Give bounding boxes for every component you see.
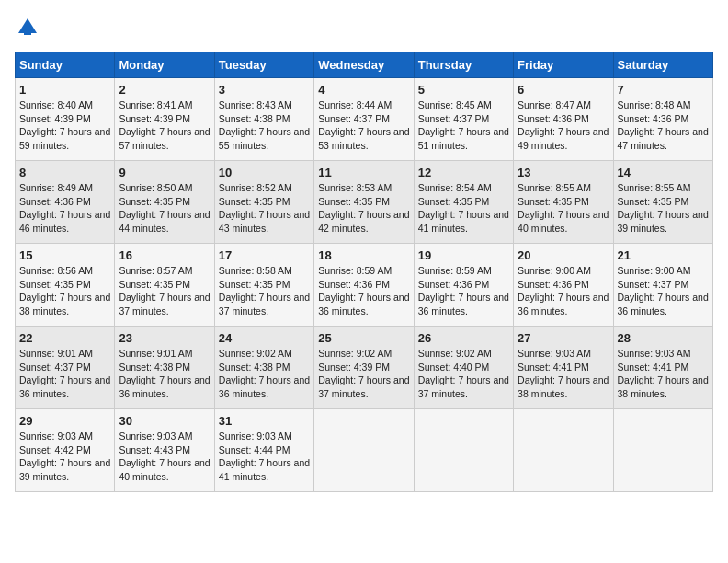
sunset-text: Sunset: 4:37 PM bbox=[318, 112, 409, 126]
sunset-text: Sunset: 4:36 PM bbox=[418, 278, 509, 292]
calendar-cell: 24 Sunrise: 9:02 AM Sunset: 4:38 PM Dayl… bbox=[214, 327, 313, 409]
daylight-text: Daylight: 7 hours and 57 minutes. bbox=[119, 125, 210, 152]
calendar-cell: 26 Sunrise: 9:02 AM Sunset: 4:40 PM Dayl… bbox=[414, 327, 513, 409]
day-number: 29 bbox=[19, 414, 110, 428]
calendar-cell: 20 Sunrise: 9:00 AM Sunset: 4:36 PM Dayl… bbox=[514, 244, 613, 327]
day-number: 26 bbox=[418, 331, 509, 345]
daylight-text: Daylight: 7 hours and 38 minutes. bbox=[518, 373, 609, 400]
daylight-text: Daylight: 7 hours and 41 minutes. bbox=[219, 456, 310, 483]
daylight-text: Daylight: 7 hours and 36 minutes. bbox=[618, 291, 709, 317]
sunset-text: Sunset: 4:43 PM bbox=[119, 443, 210, 457]
calendar-cell: 13 Sunrise: 8:55 AM Sunset: 4:35 PM Dayl… bbox=[514, 161, 613, 244]
calendar-cell: 6 Sunrise: 8:47 AM Sunset: 4:36 PM Dayli… bbox=[514, 78, 613, 161]
sunrise-text: Sunrise: 8:56 AM bbox=[19, 264, 110, 278]
daylight-text: Daylight: 7 hours and 46 minutes. bbox=[19, 208, 110, 235]
sunset-text: Sunset: 4:35 PM bbox=[618, 195, 709, 209]
calendar-cell: 30 Sunrise: 9:03 AM Sunset: 4:43 PM Dayl… bbox=[115, 409, 214, 492]
calendar-cell: 16 Sunrise: 8:57 AM Sunset: 4:35 PM Dayl… bbox=[115, 244, 214, 327]
calendar-cell: 27 Sunrise: 9:03 AM Sunset: 4:41 PM Dayl… bbox=[514, 327, 613, 409]
day-number: 31 bbox=[219, 414, 310, 428]
calendar-cell: 21 Sunrise: 9:00 AM Sunset: 4:37 PM Dayl… bbox=[613, 244, 712, 327]
calendar-cell: 19 Sunrise: 8:59 AM Sunset: 4:36 PM Dayl… bbox=[414, 244, 513, 327]
calendar-cell: 8 Sunrise: 8:49 AM Sunset: 4:36 PM Dayli… bbox=[16, 161, 115, 244]
sunset-text: Sunset: 4:39 PM bbox=[318, 361, 409, 374]
calendar-body: 1 Sunrise: 8:40 AM Sunset: 4:39 PM Dayli… bbox=[16, 78, 713, 492]
sunrise-text: Sunrise: 8:41 AM bbox=[119, 98, 210, 112]
sunset-text: Sunset: 4:40 PM bbox=[418, 361, 509, 374]
sunrise-text: Sunrise: 8:55 AM bbox=[518, 181, 609, 195]
calendar-cell: 23 Sunrise: 9:01 AM Sunset: 4:38 PM Dayl… bbox=[115, 327, 214, 409]
sunrise-text: Sunrise: 9:03 AM bbox=[618, 347, 709, 361]
day-number: 30 bbox=[119, 414, 210, 428]
sunrise-text: Sunrise: 8:50 AM bbox=[119, 181, 210, 195]
daylight-text: Daylight: 7 hours and 39 minutes. bbox=[618, 208, 709, 235]
day-number: 5 bbox=[418, 83, 509, 97]
calendar-cell: 2 Sunrise: 8:41 AM Sunset: 4:39 PM Dayli… bbox=[115, 78, 214, 161]
day-number: 2 bbox=[119, 83, 210, 97]
sunset-text: Sunset: 4:37 PM bbox=[618, 278, 709, 292]
sunrise-text: Sunrise: 9:01 AM bbox=[119, 347, 210, 361]
calendar-cell: 5 Sunrise: 8:45 AM Sunset: 4:37 PM Dayli… bbox=[414, 78, 513, 161]
daylight-text: Daylight: 7 hours and 37 minutes. bbox=[219, 291, 310, 317]
header bbox=[15, 15, 713, 40]
calendar-cell: 25 Sunrise: 9:02 AM Sunset: 4:39 PM Dayl… bbox=[314, 327, 414, 409]
sunset-text: Sunset: 4:35 PM bbox=[219, 278, 310, 292]
day-number: 17 bbox=[219, 248, 310, 262]
calendar-cell: 14 Sunrise: 8:55 AM Sunset: 4:35 PM Dayl… bbox=[613, 161, 712, 244]
day-number: 4 bbox=[318, 83, 409, 97]
calendar-cell: 10 Sunrise: 8:52 AM Sunset: 4:35 PM Dayl… bbox=[214, 161, 313, 244]
sunset-text: Sunset: 4:37 PM bbox=[418, 112, 509, 126]
sunrise-text: Sunrise: 9:01 AM bbox=[19, 347, 110, 361]
sunrise-text: Sunrise: 9:03 AM bbox=[518, 347, 609, 361]
sunrise-text: Sunrise: 9:02 AM bbox=[418, 347, 509, 361]
day-number: 11 bbox=[318, 166, 409, 179]
daylight-text: Daylight: 7 hours and 43 minutes. bbox=[219, 208, 310, 235]
day-number: 7 bbox=[618, 83, 709, 97]
sunrise-text: Sunrise: 8:57 AM bbox=[119, 264, 210, 278]
calendar-cell bbox=[414, 409, 513, 492]
sunset-text: Sunset: 4:41 PM bbox=[518, 361, 609, 374]
day-number: 19 bbox=[418, 248, 509, 262]
day-number: 6 bbox=[518, 83, 609, 97]
week-row-1: 1 Sunrise: 8:40 AM Sunset: 4:39 PM Dayli… bbox=[16, 78, 713, 161]
calendar-cell: 15 Sunrise: 8:56 AM Sunset: 4:35 PM Dayl… bbox=[16, 244, 115, 327]
daylight-text: Daylight: 7 hours and 40 minutes. bbox=[518, 208, 609, 235]
daylight-text: Daylight: 7 hours and 36 minutes. bbox=[19, 373, 110, 400]
day-number: 23 bbox=[119, 331, 210, 345]
calendar-cell: 29 Sunrise: 9:03 AM Sunset: 4:42 PM Dayl… bbox=[16, 409, 115, 492]
daylight-text: Daylight: 7 hours and 36 minutes. bbox=[318, 291, 409, 317]
calendar-cell: 22 Sunrise: 9:01 AM Sunset: 4:37 PM Dayl… bbox=[16, 327, 115, 409]
sunrise-text: Sunrise: 8:45 AM bbox=[418, 98, 509, 112]
sunset-text: Sunset: 4:35 PM bbox=[518, 195, 609, 209]
daylight-text: Daylight: 7 hours and 55 minutes. bbox=[219, 125, 310, 152]
sunset-text: Sunset: 4:38 PM bbox=[219, 112, 310, 126]
daylight-text: Daylight: 7 hours and 47 minutes. bbox=[618, 125, 709, 152]
day-number: 20 bbox=[518, 248, 609, 262]
daylight-text: Daylight: 7 hours and 37 minutes. bbox=[119, 291, 210, 317]
day-number: 3 bbox=[219, 83, 310, 97]
calendar-cell: 7 Sunrise: 8:48 AM Sunset: 4:36 PM Dayli… bbox=[613, 78, 712, 161]
sunrise-text: Sunrise: 9:03 AM bbox=[219, 430, 310, 443]
sunset-text: Sunset: 4:36 PM bbox=[518, 278, 609, 292]
day-number: 9 bbox=[119, 166, 210, 179]
sunset-text: Sunset: 4:35 PM bbox=[19, 278, 110, 292]
sunset-text: Sunset: 4:35 PM bbox=[119, 195, 210, 209]
daylight-text: Daylight: 7 hours and 59 minutes. bbox=[19, 125, 110, 152]
calendar-cell: 28 Sunrise: 9:03 AM Sunset: 4:41 PM Dayl… bbox=[613, 327, 712, 409]
day-number: 24 bbox=[219, 331, 310, 345]
calendar-cell bbox=[613, 409, 712, 492]
sunset-text: Sunset: 4:38 PM bbox=[219, 361, 310, 374]
logo bbox=[15, 15, 44, 40]
sunrise-text: Sunrise: 9:00 AM bbox=[518, 264, 609, 278]
sunrise-text: Sunrise: 8:54 AM bbox=[418, 181, 509, 195]
daylight-text: Daylight: 7 hours and 40 minutes. bbox=[119, 456, 210, 483]
sunrise-text: Sunrise: 8:59 AM bbox=[318, 264, 409, 278]
calendar-cell: 31 Sunrise: 9:03 AM Sunset: 4:44 PM Dayl… bbox=[214, 409, 313, 492]
daylight-text: Daylight: 7 hours and 37 minutes. bbox=[318, 373, 409, 400]
sunrise-text: Sunrise: 9:03 AM bbox=[119, 430, 210, 443]
sunrise-text: Sunrise: 8:49 AM bbox=[19, 181, 110, 195]
day-number: 13 bbox=[518, 166, 609, 179]
sunrise-text: Sunrise: 9:03 AM bbox=[19, 430, 110, 443]
day-number: 15 bbox=[19, 248, 110, 262]
day-number: 28 bbox=[618, 331, 709, 345]
